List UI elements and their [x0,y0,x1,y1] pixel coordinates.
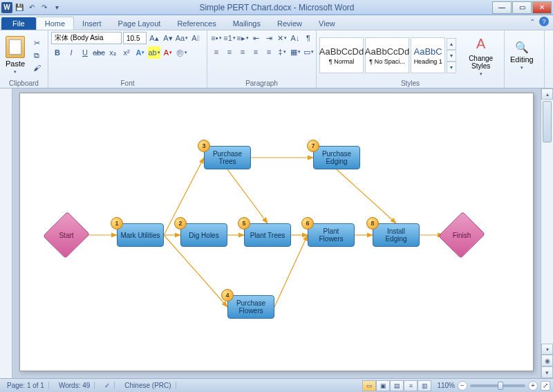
change-case-icon[interactable]: Aa [176,32,188,44]
status-language[interactable]: Chinese (PRC) [120,382,176,389]
cut-icon[interactable]: ✂ [30,37,43,48]
zoom-fit-button[interactable]: ⤢ [541,381,550,391]
bullets-icon[interactable]: ≡• [210,32,223,44]
sort-icon[interactable]: A↓ [289,32,301,44]
shading-icon[interactable]: ▦ [289,46,301,58]
draft-view[interactable]: ▥ [418,380,431,391]
font-color-icon[interactable]: A [162,46,174,59]
pert-chart: StartMark Utilities1Dig Holes2Purchase T… [20,93,533,371]
ribbon-tabs: File Home Insert Page Layout References … [0,15,553,30]
help-icon[interactable]: ? [539,17,549,26]
distributed-icon[interactable]: ≡ [263,46,275,58]
pert-node-n5[interactable]: Plant Trees [244,223,291,247]
scroll-up-icon[interactable]: ▴ [541,88,553,100]
styles-scroll-down[interactable]: ▾ [447,50,456,62]
superscript-icon[interactable]: x² [120,46,133,59]
style-heading1[interactable]: AaBbC Heading 1 [411,37,445,73]
styles-gallery-nav: ▴ ▾ ▾ [447,38,456,73]
borders-icon[interactable]: ▭ [302,46,315,58]
asian-layout-icon[interactable]: ✕ [276,32,288,44]
format-painter-icon[interactable]: 🖌 [30,62,43,73]
strikethrough-icon[interactable]: abc [93,46,105,59]
line-spacing-icon[interactable]: ‡ [276,46,288,58]
tab-view[interactable]: View [310,17,344,30]
zoom-in-button[interactable]: + [528,381,538,391]
style-no-spacing[interactable]: AaBbCcDd ¶ No Spaci... [365,37,409,73]
undo-icon[interactable]: ↶ [26,2,37,13]
page[interactable]: StartMark Utilities1Dig Holes2Purchase T… [19,93,534,371]
minimize-button[interactable]: — [492,1,512,14]
paste-button[interactable]: Paste ▾ [3,35,28,76]
numbering-icon[interactable]: ≡1 [223,32,236,44]
web-layout-view[interactable]: ▤ [390,380,404,391]
underline-icon[interactable]: U [79,46,91,59]
text-effects-icon[interactable]: A [134,46,147,59]
font-size-select[interactable] [123,32,147,44]
maximize-button[interactable]: ▭ [512,1,532,14]
pert-node-n1[interactable]: Mark Utilities [117,223,164,247]
pert-node-finish[interactable]: Finish [443,216,480,254]
tab-references[interactable]: References [169,17,224,30]
change-styles-button[interactable]: A Change Styles ▾ [460,32,501,78]
group-styles: AaBbCcDd ¶ Normal AaBbCcDd ¶ No Spaci...… [317,30,505,88]
pert-node-n2[interactable]: Dig Holes [180,223,227,247]
tab-home[interactable]: Home [36,17,74,30]
copy-icon[interactable]: ⧉ [30,50,43,61]
outline-view[interactable]: ≡ [404,380,418,391]
style-normal[interactable]: AaBbCcDd ¶ Normal [319,37,364,73]
next-page-icon[interactable]: ▾ [541,366,553,378]
redo-icon[interactable]: ↷ [39,2,50,13]
editing-button[interactable]: 🔍 Editing ▾ [507,39,536,72]
pert-node-n4[interactable]: Purchase Flowers [227,295,274,319]
pert-node-n8[interactable]: Install Edging [373,223,420,247]
save-icon[interactable]: 💾 [14,2,25,13]
justify-icon[interactable]: ≡ [250,46,262,58]
tab-mailings[interactable]: Mailings [225,17,269,30]
grow-font-icon[interactable]: A▴ [148,32,160,44]
decrease-indent-icon[interactable]: ⇤ [250,32,262,44]
show-marks-icon[interactable]: ¶ [302,32,315,44]
pert-node-n6[interactable]: Plant Flowers [308,223,355,247]
scroll-down-icon[interactable]: ▾ [541,344,553,355]
font-name-select[interactable] [51,32,122,44]
tab-page-layout[interactable]: Page Layout [110,17,169,30]
zoom-out-button[interactable]: − [458,381,467,391]
tab-insert[interactable]: Insert [74,17,110,30]
multilevel-list-icon[interactable]: ≡▸ [236,32,249,44]
previous-page-icon[interactable]: ◉ [541,355,553,366]
group-clipboard: Paste ▾ ✂ ⧉ 🖌 Clipboard [0,30,48,88]
minimize-ribbon-icon[interactable]: ⌃ [529,18,535,26]
highlight-icon[interactable]: ab [148,46,160,59]
qat-customize-icon[interactable]: ▾ [51,2,62,13]
styles-scroll-up[interactable]: ▴ [447,38,456,50]
pert-node-n3[interactable]: Purchase Trees [204,146,251,169]
tab-review[interactable]: Review [269,17,310,30]
bold-icon[interactable]: B [51,46,64,59]
pert-node-start[interactable]: Start [48,216,85,254]
align-center-icon[interactable]: ≡ [223,46,236,58]
file-tab[interactable]: File [1,17,36,30]
align-left-icon[interactable]: ≡ [210,46,223,58]
subscript-icon[interactable]: x₂ [106,46,119,59]
scrollbar-thumb[interactable] [543,101,552,142]
vertical-ruler[interactable] [0,88,12,378]
status-words[interactable]: Words: 49 [55,382,95,389]
status-page[interactable]: Page: 1 of 1 [3,382,49,389]
chevron-down-icon: ▾ [480,71,482,77]
align-right-icon[interactable]: ≡ [236,46,249,58]
full-screen-view[interactable]: ▣ [376,380,390,391]
zoom-level[interactable]: 110% [437,382,455,389]
styles-expand[interactable]: ▾ [447,62,456,73]
zoom-slider-thumb[interactable] [498,382,503,390]
italic-icon[interactable]: I [65,46,77,59]
shrink-font-icon[interactable]: A▾ [162,32,174,44]
print-layout-view[interactable]: ▭ [362,380,376,391]
status-proofing-icon[interactable]: ✓ [100,382,115,389]
enclose-characters-icon[interactable]: ㊞ [176,46,188,59]
zoom-slider[interactable] [470,384,525,387]
clear-formatting-icon[interactable]: A⃠ [189,32,202,44]
vertical-scrollbar[interactable]: ▴ ▾ ◉ ▾ [541,88,553,378]
close-button[interactable]: ✕ [532,1,552,14]
pert-node-n7[interactable]: Purchase Edging [313,146,360,169]
increase-indent-icon[interactable]: ⇥ [263,32,275,44]
